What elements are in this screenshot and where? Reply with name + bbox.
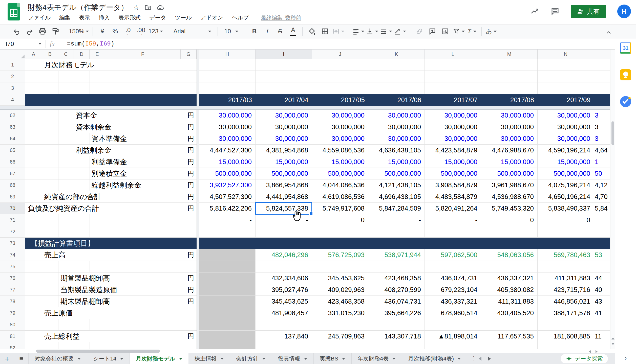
- unit-cell[interactable]: 円: [181, 296, 197, 307]
- column-header-I[interactable]: I: [256, 50, 312, 59]
- cell-J74[interactable]: 576,725,093: [312, 249, 368, 261]
- sheet-tab-現金預金[interactable]: 現金預金: [467, 353, 474, 364]
- cell-K72[interactable]: [368, 226, 425, 238]
- cell-L78[interactable]: 436,337,321: [425, 296, 481, 307]
- cell-M63[interactable]: 30,000,000: [481, 121, 538, 133]
- cell-O66-partial[interactable]: 1: [594, 156, 610, 168]
- cell-H79[interactable]: [199, 307, 256, 319]
- cell-O1-partial[interactable]: [594, 59, 610, 71]
- print-icon[interactable]: [37, 26, 48, 37]
- row-header-71[interactable]: 71: [0, 214, 25, 226]
- cell-H81[interactable]: [199, 331, 256, 342]
- sheet-tab-シート14[interactable]: シート14: [87, 353, 130, 364]
- label-cells-row-1[interactable]: 月次財務モデル: [25, 59, 197, 71]
- section-band[interactable]: 【損益計算書項目】: [25, 238, 610, 249]
- cell-J65[interactable]: 4,559,086,536: [312, 145, 368, 156]
- cell-I80[interactable]: [256, 319, 312, 331]
- cell-I2[interactable]: [256, 71, 312, 82]
- tab-menu-caret-icon[interactable]: [262, 358, 266, 360]
- column-header-L[interactable]: L: [425, 50, 481, 59]
- keep-icon[interactable]: [620, 69, 631, 80]
- cell-O67-partial[interactable]: 50: [594, 168, 610, 179]
- cell-N66[interactable]: 15,000,000: [538, 156, 594, 168]
- name-box-caret-icon[interactable]: [38, 43, 41, 45]
- cell-J66[interactable]: 15,000,000: [312, 156, 368, 168]
- menu-item[interactable]: ヘルプ: [232, 14, 249, 21]
- cell-H76[interactable]: [199, 272, 256, 284]
- cell-M75[interactable]: [481, 261, 538, 272]
- label-cells-row-78[interactable]: 期末製品棚卸高円: [25, 296, 197, 307]
- cell-L63[interactable]: 30,000,000: [425, 121, 481, 133]
- text-rotation-icon[interactable]: [394, 26, 406, 37]
- label-cells-row-62[interactable]: 資本金円: [25, 110, 197, 121]
- paint-format-icon[interactable]: [50, 26, 61, 37]
- cell-I69[interactable]: 4,441,954,868: [256, 191, 312, 203]
- cell-L64[interactable]: 30,000,000: [425, 133, 481, 145]
- cell-J64[interactable]: 30,000,000: [312, 133, 368, 145]
- cell-O2-partial[interactable]: [594, 71, 610, 82]
- cell-J71[interactable]: 0: [312, 214, 368, 226]
- cell-M66[interactable]: 15,000,000: [481, 156, 538, 168]
- select-all-corner[interactable]: [0, 50, 25, 59]
- cell-J77[interactable]: 409,029,963: [312, 284, 368, 296]
- cell-O78-partial[interactable]: 43: [594, 296, 610, 307]
- date-header-cell[interactable]: 2017/03: [199, 94, 256, 106]
- cell-O72-partial[interactable]: [594, 226, 610, 238]
- sheet-tab-会計方針[interactable]: 会計方針: [230, 353, 272, 364]
- cell-H72[interactable]: [199, 226, 256, 238]
- cell-N79[interactable]: 388,171,578: [538, 307, 594, 319]
- date-header-cell[interactable]: 2017/08: [481, 94, 538, 106]
- cell-J76[interactable]: 345,453,625: [312, 272, 368, 284]
- insert-chart-icon[interactable]: [440, 26, 451, 37]
- cell-N69[interactable]: 4,650,196,214: [538, 191, 594, 203]
- cell-K80[interactable]: [368, 319, 425, 331]
- cell-N63[interactable]: 30,000,000: [538, 121, 594, 133]
- cell-L65[interactable]: 4,423,584,879: [425, 145, 481, 156]
- cell-N77[interactable]: 423,715,716: [538, 284, 594, 296]
- cell-I78[interactable]: 345,453,625: [256, 296, 312, 307]
- unit-cell[interactable]: 円: [181, 249, 197, 261]
- column-header-F[interactable]: F: [105, 50, 181, 59]
- font-family-select[interactable]: Arial: [171, 26, 214, 37]
- sheet-tab-株主情報[interactable]: 株主情報: [188, 353, 230, 364]
- cell-J68[interactable]: 4,044,086,536: [312, 179, 368, 191]
- row-header-70[interactable]: 70: [0, 203, 25, 214]
- column-header-G[interactable]: G: [181, 50, 197, 59]
- row-header-2[interactable]: 2: [0, 71, 25, 82]
- cell-M67[interactable]: 500,000,000: [481, 168, 538, 179]
- horizontal-align-icon[interactable]: [352, 26, 364, 37]
- decrease-decimal-button[interactable]: .0←: [122, 26, 134, 37]
- label-cells-row-69[interactable]: 純資産の部の合計円: [25, 191, 197, 203]
- cell-J72[interactable]: [312, 226, 368, 238]
- cell-L71[interactable]: -: [425, 214, 481, 226]
- cell-I77[interactable]: 395,027,476: [256, 284, 312, 296]
- all-sheets-icon[interactable]: ≡: [14, 353, 28, 364]
- sheets-logo-icon[interactable]: [8, 3, 20, 20]
- sheet-tab-月次財務モデル[interactable]: 月次財務モデル: [130, 353, 188, 364]
- cell-J70[interactable]: 5,749,917,608: [312, 203, 368, 214]
- formula-input[interactable]: =sum(I59,I69): [67, 40, 114, 47]
- label-cells-row-68[interactable]: 繰越利益剰余金円: [25, 179, 197, 191]
- cell-O76-partial[interactable]: 44: [594, 272, 610, 284]
- date-header-cell[interactable]: [594, 94, 610, 106]
- label-cells-row-76[interactable]: 期首製品棚卸高円: [25, 272, 197, 284]
- strikethrough-button[interactable]: S: [274, 26, 286, 37]
- cell-M2[interactable]: [481, 71, 538, 82]
- calendar-icon[interactable]: 31: [620, 42, 631, 54]
- menu-item[interactable]: データ: [149, 14, 166, 21]
- cell-M82[interactable]: [481, 342, 538, 349]
- date-header-cell[interactable]: 2017/05: [312, 94, 368, 106]
- column-header-K[interactable]: K: [368, 50, 425, 59]
- cell-M64[interactable]: 30,000,000: [481, 133, 538, 145]
- cell-K3[interactable]: [368, 82, 425, 94]
- row-header-66[interactable]: 66: [0, 156, 25, 168]
- row-header-72[interactable]: 72: [0, 226, 25, 238]
- cell-N70[interactable]: 5,838,490,337: [538, 203, 594, 214]
- cell-N76[interactable]: 411,311,883: [538, 272, 594, 284]
- cell-N72[interactable]: [538, 226, 594, 238]
- cell-L74[interactable]: 597,062,500: [425, 249, 481, 261]
- label-cells-row-77[interactable]: 当期製品製造原価円: [25, 284, 197, 296]
- unit-cell[interactable]: [181, 261, 197, 272]
- cell-H75[interactable]: [199, 261, 256, 272]
- column-header-N[interactable]: N: [538, 50, 594, 59]
